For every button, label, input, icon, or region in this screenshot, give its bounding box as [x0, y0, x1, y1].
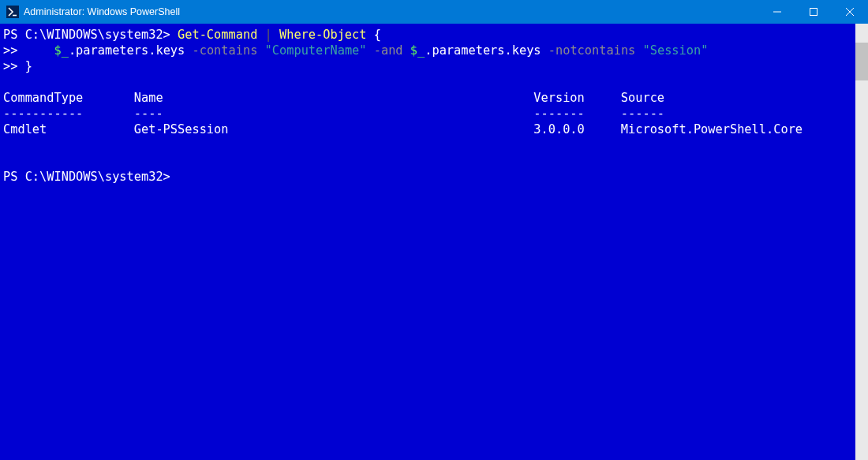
- variable: $_: [410, 43, 425, 58]
- vertical-scrollbar[interactable]: [855, 24, 868, 460]
- brace: }: [17, 59, 32, 73]
- string: "ComputerName": [265, 43, 374, 58]
- operator: -and: [374, 43, 410, 58]
- brace: {: [374, 28, 381, 42]
- scrollbar-thumb[interactable]: [855, 43, 868, 80]
- output-header-row: CommandType Name Version Source: [3, 91, 664, 105]
- continuation-prompt: >>: [3, 59, 17, 73]
- string: "Session": [643, 43, 709, 58]
- cmdlet: Get-Command: [178, 28, 265, 42]
- output-divider-row: ----------- ---- ------- ------: [3, 107, 664, 121]
- maximize-button[interactable]: [795, 0, 832, 24]
- indent: [17, 43, 54, 58]
- prompt-text: PS C:\WINDOWS\system32>: [3, 170, 170, 184]
- prompt-text: PS C:\WINDOWS\system32>: [3, 28, 178, 42]
- operator: -notcontains: [548, 43, 643, 58]
- minimize-button[interactable]: [759, 0, 795, 24]
- continuation-prompt: >>: [3, 43, 17, 58]
- powershell-icon: [6, 6, 19, 18]
- property: .parameters.keys: [425, 43, 548, 58]
- operator: -contains: [192, 43, 264, 58]
- maximize-icon: [810, 8, 817, 16]
- close-icon: [846, 8, 854, 16]
- minimize-icon: [773, 8, 781, 16]
- variable: $_: [54, 43, 68, 58]
- property: .parameters.keys: [69, 43, 193, 58]
- svg-rect-3: [810, 9, 817, 16]
- window-titlebar: Administrator: Windows PowerShell: [0, 0, 868, 24]
- close-button[interactable]: [832, 0, 868, 24]
- cmdlet: Where-Object: [279, 28, 374, 42]
- pipe-symbol: |: [265, 28, 279, 42]
- window-title: Administrator: Windows PowerShell: [24, 6, 180, 17]
- output-data-row: Cmdlet Get-PSSession 3.0.0.0 Microsoft.P…: [3, 122, 803, 137]
- terminal-output[interactable]: PS C:\WINDOWS\system32> Get-Command | Wh…: [0, 24, 855, 460]
